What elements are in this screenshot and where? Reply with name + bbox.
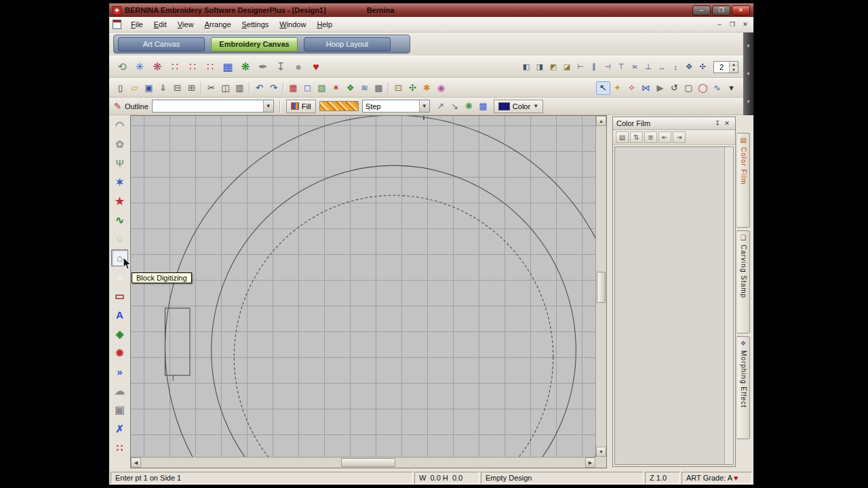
unlock-icon[interactable]: ◪ <box>560 61 574 73</box>
scroll-left-button[interactable]: ◀ <box>131 458 141 468</box>
cloud-tool-icon[interactable]: ☁ <box>111 382 128 399</box>
align-bottom-icon[interactable]: ⊥ <box>642 61 655 73</box>
new-icon[interactable]: ▯ <box>113 81 127 95</box>
mirror-merge-icon[interactable]: ✥ <box>682 61 696 73</box>
sphere-icon[interactable]: ● <box>290 58 307 76</box>
print-icon[interactable]: ⊟ <box>170 81 184 95</box>
tab-embroidery-canvas[interactable]: Embroidery Canvas <box>211 37 298 52</box>
side-tab-color-film[interactable]: ▤ Color Film <box>736 133 750 228</box>
menu-file[interactable]: File <box>125 18 149 30</box>
spinner-value[interactable]: 2 <box>714 63 729 71</box>
scroll-down-button[interactable]: ▼ <box>596 447 606 457</box>
vertical-scroll-thumb[interactable] <box>597 272 606 303</box>
tab-art-canvas[interactable]: Art Canvas <box>118 37 205 52</box>
copy-icon[interactable]: ◫ <box>218 81 233 95</box>
show-artwork-icon[interactable]: ❖ <box>343 81 357 95</box>
sequence-view-icon[interactable]: ⇅ <box>630 131 643 143</box>
align-middle-icon[interactable]: ≍ <box>628 61 642 73</box>
vertical-scroll-track[interactable] <box>596 126 606 447</box>
gear-flower-icon[interactable]: ❋ <box>149 58 166 76</box>
horizontal-scrollbar[interactable]: ◀ ▶ <box>131 457 595 468</box>
show-stitches-icon[interactable]: ✶ <box>329 81 343 95</box>
fill-button[interactable]: Fill <box>286 100 316 113</box>
stitch-dots-3-icon[interactable]: ∷ <box>201 58 219 76</box>
show-hoop-icon[interactable]: ◻ <box>300 81 315 95</box>
object-properties-icon[interactable]: ⊡ <box>391 81 406 95</box>
redo-icon[interactable]: ↷ <box>267 81 281 95</box>
export-machine-icon[interactable]: ⇓ <box>156 81 170 95</box>
menu-window[interactable]: Window <box>274 18 311 30</box>
magic-wand-icon[interactable]: ✦ <box>610 81 625 95</box>
list-view-icon[interactable]: ≣ <box>644 131 657 143</box>
stitch-angle-icon[interactable]: ↗ <box>433 100 448 113</box>
swoosh-tool-icon[interactable]: » <box>111 363 128 380</box>
color-film-scrollbar[interactable] <box>724 147 733 464</box>
spinner-down-button[interactable]: ▼ <box>729 67 738 73</box>
kaleidoscope-icon[interactable]: ✣ <box>696 61 709 73</box>
flower-tool-icon[interactable]: ✿ <box>111 136 128 152</box>
color-film-list[interactable] <box>615 147 724 464</box>
lock-icon[interactable]: ◩ <box>547 61 560 73</box>
show-grid-icon[interactable]: ▦ <box>286 81 300 95</box>
lettering-tool-icon[interactable]: A <box>111 306 128 323</box>
more-tools-icon[interactable]: ▾ <box>724 81 738 95</box>
align-right-icon[interactable]: ⊣ <box>601 61 614 73</box>
pin-icon[interactable]: ↧ <box>272 58 290 76</box>
menu-arrange[interactable]: Arrange <box>199 18 236 30</box>
close-icon[interactable]: ✕ <box>722 120 732 127</box>
blue-spray-tool-icon[interactable]: ✶ <box>111 174 128 190</box>
show-gradient-icon[interactable]: ▧ <box>315 81 329 95</box>
vertical-scrollbar[interactable]: ▲ ▼ <box>595 116 606 457</box>
snowflake-icon[interactable]: ✳ <box>131 58 149 76</box>
scroll-up-button[interactable]: ▲ <box>596 116 606 126</box>
align-left-icon[interactable]: ⊢ <box>574 61 587 73</box>
tab-hoop-layout[interactable]: Hoop Layout <box>304 37 391 52</box>
color-button[interactable]: Color ▼ <box>494 100 543 113</box>
green-gear-icon[interactable]: ❋ <box>237 58 254 76</box>
outline-style-dropdown[interactable]: ▼ <box>152 100 274 113</box>
grid-blue-icon[interactable]: ▦ <box>219 58 237 76</box>
film-view-icon[interactable]: ▤ <box>616 131 629 143</box>
forward-color-icon[interactable]: ⇥ <box>673 131 686 143</box>
save-icon[interactable]: ▣ <box>142 81 156 95</box>
open-icon[interactable]: ▱ <box>127 81 142 95</box>
scroll-right-button[interactable]: ▶ <box>585 458 595 468</box>
menu-settings[interactable]: Settings <box>237 18 275 30</box>
minimize-button[interactable]: – <box>692 5 711 16</box>
star-tool-icon[interactable]: ★ <box>111 192 128 209</box>
menu-help[interactable]: Help <box>311 18 338 30</box>
auto-fabric-icon[interactable]: ❋ <box>462 100 476 113</box>
menu-edit[interactable]: Edit <box>149 18 172 30</box>
craft-stamp-tool-icon[interactable]: ✹ <box>111 344 128 361</box>
stitch-dots-2-icon[interactable]: ∷ <box>184 58 201 76</box>
mdi-close-button[interactable]: ✕ <box>741 21 750 28</box>
frame-tool-icon[interactable]: ▣ <box>111 401 128 418</box>
reshape-tool-icon[interactable]: ✧ <box>625 81 639 95</box>
redraw-icon[interactable]: ⟲ <box>113 58 131 76</box>
menu-view[interactable]: View <box>172 18 199 30</box>
wreath-tool-icon[interactable]: ◌ <box>111 230 128 247</box>
overview-window-icon[interactable]: ▩ <box>372 81 386 95</box>
select-tool-icon[interactable]: ↖ <box>596 81 610 95</box>
mdi-restore-button[interactable]: ❐ <box>728 21 737 28</box>
embroidery-canvas[interactable] <box>131 116 595 457</box>
chevron-down-icon[interactable]: ▼ <box>263 100 273 112</box>
needle-icon[interactable]: ✒ <box>254 58 272 76</box>
open-freehand-tool-icon[interactable]: ◠ <box>111 117 128 134</box>
horizontal-scroll-track[interactable] <box>141 458 585 468</box>
back-color-icon[interactable]: ⇤ <box>658 131 671 143</box>
chevron-down-icon[interactable]: ▼ <box>419 100 429 112</box>
auto-digitize-icon[interactable]: ✱ <box>420 81 434 95</box>
space-evenly-h-icon[interactable]: ↔ <box>655 61 669 73</box>
box-select-icon[interactable]: ▢ <box>682 81 696 95</box>
side-tab-carving-stamp[interactable]: ❑ Carving Stamp <box>736 230 750 333</box>
mdi-minimize-button[interactable]: – <box>715 21 724 28</box>
close-button[interactable]: ✕ <box>732 5 750 16</box>
fill-pattern-swatch[interactable] <box>319 101 359 111</box>
side-tab-morphing-effect[interactable]: ❖ Morphing Effect <box>736 336 750 439</box>
curve-tool-icon[interactable]: ∿ <box>710 81 724 95</box>
ungroup-icon[interactable]: ◨ <box>533 61 547 73</box>
heart-icon[interactable]: ♥ <box>307 58 325 76</box>
monogram-tool-icon[interactable]: ◈ <box>111 325 128 342</box>
fabric-grid-icon[interactable]: ▦ <box>476 100 490 113</box>
